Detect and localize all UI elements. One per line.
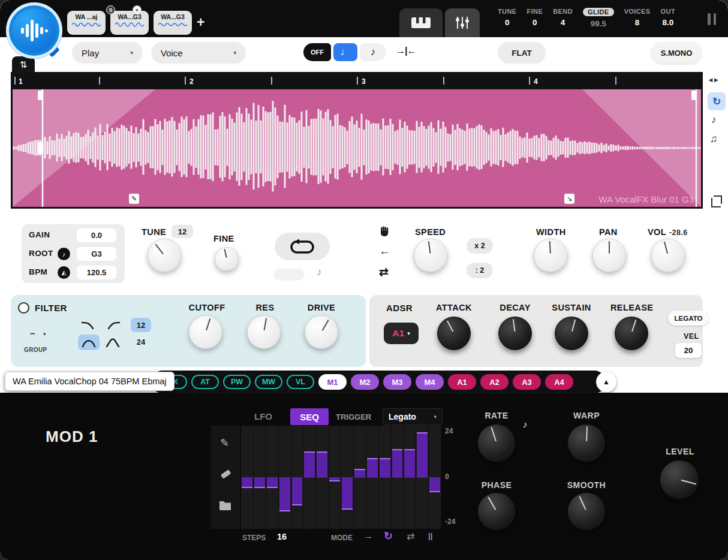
pan-lr-icon[interactable]: ◂ ▸	[709, 76, 718, 84]
hand-drag-icon[interactable]	[379, 225, 391, 237]
play-direction-back-icon[interactable]: ←	[379, 245, 390, 258]
mode-pingpong-icon[interactable]: ⇄	[407, 531, 414, 542]
pause-icon[interactable]	[708, 13, 716, 25]
param-glide[interactable]: GLIDE 99.5	[583, 8, 614, 28]
gain-value[interactable]: 0.0	[77, 228, 116, 242]
adsr-slot-dropdown[interactable]: A1 ▾	[384, 323, 419, 344]
fade-resize-handle[interactable]: ↘	[564, 194, 574, 204]
filter-type-lowpass-button[interactable]	[78, 317, 100, 332]
tune-value[interactable]: 12	[172, 225, 193, 238]
note-sync-icon[interactable]: ♪	[711, 114, 717, 126]
release-knob[interactable]	[615, 317, 648, 350]
sync-triplet-button[interactable]: ♪	[360, 43, 386, 61]
loop-mode-button[interactable]	[275, 233, 330, 260]
cutoff-knob[interactable]	[189, 315, 222, 349]
mod-source-pw[interactable]: PW	[223, 375, 251, 389]
tab-lfo[interactable]: LFO	[254, 411, 272, 421]
seq-step[interactable]	[329, 426, 341, 529]
seq-step[interactable]	[392, 426, 404, 529]
drive-knob[interactable]	[305, 315, 338, 349]
add-sample-button[interactable]: +	[197, 14, 204, 31]
loop-length-pill[interactable]	[273, 269, 305, 281]
root-value[interactable]: G3	[77, 247, 116, 261]
seq-step[interactable]	[266, 426, 279, 529]
param-fine[interactable]: FINE 0	[527, 8, 543, 28]
mod-slot-a2[interactable]: A2	[480, 374, 509, 390]
seq-step[interactable]	[416, 426, 429, 529]
seq-step[interactable]	[366, 426, 379, 529]
attack-knob[interactable]	[437, 317, 471, 350]
seq-step-grid[interactable]	[241, 426, 441, 529]
filter-slope-12-button[interactable]: 12	[131, 318, 151, 332]
mode-loop-icon[interactable]: ↻	[384, 529, 393, 543]
filter-slope-24-button[interactable]: 24	[131, 335, 151, 349]
smooth-knob[interactable]	[567, 492, 606, 531]
loop-sync-note-icon[interactable]: ♪	[317, 266, 322, 278]
seq-step[interactable]	[379, 426, 392, 529]
rate-sync-note-icon[interactable]: ♪	[523, 419, 528, 429]
loop-tool-icon[interactable]: ↻	[708, 92, 726, 110]
filter-type-bandpass-button[interactable]	[78, 335, 100, 350]
flat-button[interactable]: FLAT	[498, 42, 546, 64]
pan-knob[interactable]	[592, 239, 626, 272]
param-out[interactable]: OUT 8.0	[661, 8, 675, 28]
speed-knob[interactable]	[414, 239, 447, 272]
seq-step[interactable]	[404, 426, 416, 529]
tune-knob[interactable]	[148, 239, 181, 272]
seq-step[interactable]	[316, 426, 329, 529]
play-mode-dropdown[interactable]: Play ▾	[72, 42, 143, 64]
level-knob[interactable]	[660, 460, 699, 499]
speed-half-button[interactable]: : 2	[467, 263, 493, 278]
sustain-knob[interactable]	[555, 317, 588, 350]
seq-step[interactable]	[303, 426, 316, 529]
seq-step[interactable]	[291, 426, 304, 529]
tab-keyboard-view[interactable]	[399, 8, 443, 37]
sample-tab-3[interactable]: WA...G3	[154, 11, 192, 35]
pencil-tool-icon[interactable]: ✎	[220, 436, 229, 450]
solo-badge[interactable]: S	[106, 5, 115, 14]
phase-knob[interactable]	[477, 492, 516, 531]
collapse-to-center-icon[interactable]: →|←	[396, 46, 416, 56]
filter-enable-toggle[interactable]	[18, 302, 29, 314]
vol-knob[interactable]	[651, 239, 685, 272]
tab-controls-view[interactable]	[445, 8, 480, 37]
legato-button[interactable]: LEGATO	[668, 311, 709, 326]
mono-mode-button[interactable]: S.MONO	[651, 42, 702, 64]
sample-tab-1[interactable]: WA ...aj	[67, 11, 106, 35]
speed-double-button[interactable]: x 2	[467, 238, 493, 254]
voice-mode-dropdown[interactable]: Voice ▾	[151, 42, 246, 64]
reverse-loop-icon[interactable]: ⇅	[12, 56, 35, 73]
mod-slot-m4[interactable]: M4	[416, 374, 444, 390]
mod-slot-a4[interactable]: A4	[545, 374, 573, 390]
trigger-dropdown[interactable]: Legato ▾	[383, 408, 443, 425]
seq-step[interactable]	[241, 426, 254, 529]
mod-source-vl[interactable]: VL	[287, 375, 314, 389]
param-bend[interactable]: BEND 4	[553, 8, 573, 28]
width-knob[interactable]	[534, 239, 567, 272]
note-free-icon[interactable]: ♫	[710, 133, 718, 145]
filter-type-notch-button[interactable]	[102, 335, 124, 350]
tab-seq[interactable]: SEQ	[290, 408, 329, 425]
bpm-value[interactable]: 120.5	[77, 266, 116, 279]
filter-group-value[interactable]: –	[30, 328, 35, 338]
mod-slot-m1[interactable]: M1	[318, 374, 347, 390]
fade-edit-handle[interactable]: ✎	[129, 194, 139, 204]
mod-source-mw[interactable]: MW	[255, 375, 282, 389]
crop-icon[interactable]	[711, 198, 721, 207]
decay-knob[interactable]	[498, 317, 532, 350]
collapse-panel-button[interactable]: ▲	[596, 372, 616, 392]
seq-step[interactable]	[279, 426, 291, 529]
rate-knob[interactable]	[477, 424, 516, 462]
mod-slot-m3[interactable]: M3	[383, 374, 411, 390]
seq-step[interactable]	[354, 426, 366, 529]
mod-source-at[interactable]: AT	[191, 375, 219, 389]
warp-knob[interactable]	[567, 424, 606, 462]
res-knob[interactable]	[247, 315, 281, 349]
eraser-tool-icon[interactable]	[219, 468, 232, 480]
mod-slot-a1[interactable]: A1	[448, 374, 476, 390]
mod-slot-m2[interactable]: M2	[351, 374, 379, 390]
seq-step[interactable]	[429, 426, 441, 529]
sync-off-button[interactable]: OFF	[303, 43, 331, 61]
mode-forward-icon[interactable]: →	[363, 531, 373, 541]
seq-step[interactable]	[254, 426, 266, 529]
